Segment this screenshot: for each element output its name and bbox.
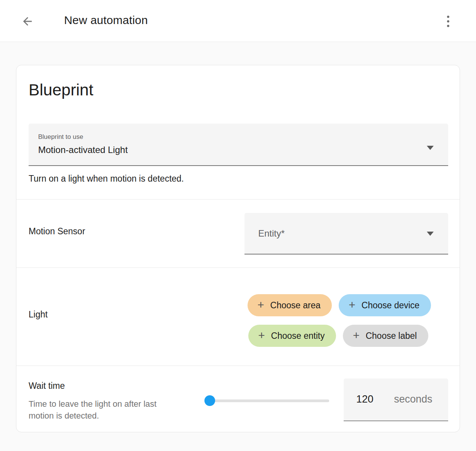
- choose-label-chip[interactable]: + Choose label: [343, 325, 428, 347]
- kebab-dot: [447, 25, 449, 27]
- wait-time-label: Wait time: [29, 381, 65, 391]
- slider-track[interactable]: [210, 399, 329, 402]
- plus-icon: +: [257, 299, 264, 311]
- chip-label: Choose area: [270, 300, 321, 311]
- chip-label: Choose entity: [271, 331, 325, 341]
- blueprint-description: Turn on a light when motion is detected.: [29, 174, 184, 184]
- slider-thumb[interactable]: [204, 395, 215, 406]
- chevron-down-icon: [427, 146, 434, 150]
- entity-select-placeholder: Entity*: [258, 228, 285, 239]
- chip-label: Choose device: [362, 300, 420, 311]
- kebab-dot: [447, 20, 449, 23]
- blueprint-select-label: Blueprint to use: [38, 133, 83, 141]
- choose-area-chip[interactable]: + Choose area: [248, 294, 332, 316]
- entity-select[interactable]: Entity*: [244, 213, 448, 254]
- blueprint-select-value: Motion-activated Light: [38, 145, 128, 155]
- page-title: New automation: [64, 14, 148, 27]
- wait-time-input[interactable]: 120 seconds: [344, 379, 448, 421]
- chip-row: + Choose area + Choose device: [248, 294, 431, 316]
- plus-icon: +: [353, 330, 360, 341]
- blueprint-card: Blueprint Blueprint to use Motion-activa…: [16, 65, 460, 432]
- chip-row: + Choose entity + Choose label: [248, 325, 428, 347]
- chevron-down-icon: [427, 232, 434, 236]
- wait-time-description: Time to leave the light on after last mo…: [29, 398, 181, 422]
- plus-icon: +: [258, 330, 265, 341]
- light-label: Light: [29, 309, 48, 320]
- blueprint-select[interactable]: Blueprint to use Motion-activated Light: [29, 124, 448, 166]
- overflow-menu-button[interactable]: [439, 12, 457, 31]
- plus-icon: +: [349, 299, 355, 311]
- motion-sensor-label: Motion Sensor: [29, 226, 85, 237]
- wait-time-unit: seconds: [394, 393, 433, 405]
- chip-label: Choose label: [366, 331, 417, 341]
- choose-entity-chip[interactable]: + Choose entity: [248, 325, 336, 347]
- wait-time-value: 120: [356, 393, 373, 405]
- kebab-dot: [447, 16, 449, 18]
- choose-device-chip[interactable]: + Choose device: [339, 294, 431, 316]
- back-button[interactable]: [18, 12, 37, 31]
- app-header: New automation: [0, 0, 476, 42]
- wait-time-slider[interactable]: [204, 395, 329, 406]
- section-divider: [16, 267, 460, 268]
- card-title: Blueprint: [29, 81, 93, 99]
- section-divider: [16, 366, 460, 366]
- arrow-left-icon: [21, 15, 34, 28]
- section-divider: [16, 199, 460, 200]
